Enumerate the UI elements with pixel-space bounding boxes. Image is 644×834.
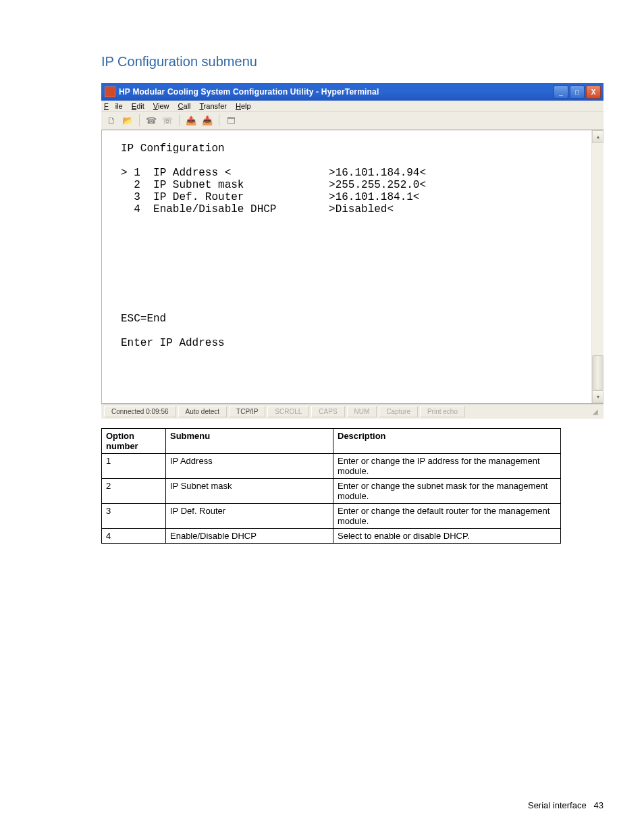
footer-label: Serial interface (528, 800, 587, 810)
minimize-button[interactable]: _ (554, 85, 568, 99)
cell-opt: 4 (102, 529, 166, 544)
hyperterminal-window: HP Modular Cooling System Configuration … (101, 83, 603, 419)
terminal-esc: ESC=End (121, 313, 166, 325)
menu-file[interactable]: File (104, 102, 123, 110)
cell-desc: Select to enable or disable DHCP. (333, 529, 561, 544)
status-protocol: TCP/IP (229, 406, 265, 417)
menu-view[interactable]: View (153, 102, 169, 110)
properties-icon[interactable]: 🗔 (225, 115, 237, 126)
terminal-prompt: Enter IP Address (121, 337, 225, 349)
terminal-output: IP Configuration > 1 IP Address <>16.101… (102, 130, 591, 403)
window-title: HP Modular Cooling System Configuration … (119, 87, 554, 97)
status-scroll: SCROLL (267, 406, 309, 417)
terminal-row: 3 IP Def. Router>16.101.184.1< (121, 191, 419, 203)
vertical-scrollbar[interactable]: ▴ ▾ (591, 130, 603, 403)
status-capture: Capture (379, 406, 418, 417)
send-icon[interactable]: 📤 (185, 115, 197, 126)
section-heading: IP Configuration submenu (101, 54, 603, 70)
cell-desc: Enter or change the IP address for the m… (333, 454, 561, 479)
cell-opt: 2 (102, 479, 166, 504)
menu-edit[interactable]: Edit (132, 102, 144, 110)
table-row: 4 Enable/Disable DHCP Select to enable o… (102, 529, 561, 544)
cell-opt: 3 (102, 504, 166, 529)
new-icon[interactable]: 🗋 (105, 115, 117, 126)
table-row: 2 IP Subnet mask Enter or change the sub… (102, 479, 561, 504)
scroll-track[interactable] (592, 143, 603, 390)
cell-opt: 1 (102, 454, 166, 479)
status-connected: Connected 0:09:56 (104, 406, 176, 417)
menu-help[interactable]: Help (236, 102, 251, 110)
terminal-row: > 1 IP Address <>16.101.184.94< (121, 167, 426, 179)
cell-sub: Enable/Disable DHCP (166, 529, 333, 544)
disconnect-icon[interactable]: ☏ (161, 115, 173, 126)
toolbar: 🗋 📂 ☎ ☏ 📤 📥 🗔 (101, 112, 603, 130)
scroll-up-button[interactable]: ▴ (592, 130, 603, 143)
options-table: Option number Submenu Description 1 IP A… (101, 428, 561, 544)
cell-sub: IP Def. Router (166, 504, 333, 529)
open-icon[interactable]: 📂 (122, 115, 134, 126)
scroll-thumb[interactable] (592, 355, 603, 390)
terminal-row: 2 IP Subnet mask>255.255.252.0< (121, 179, 426, 191)
connect-icon[interactable]: ☎ (145, 115, 157, 126)
table-row: 3 IP Def. Router Enter or change the def… (102, 504, 561, 529)
status-bar: Connected 0:09:56 Auto detect TCP/IP SCR… (101, 404, 603, 419)
status-caps: CAPS (311, 406, 344, 417)
cell-sub: IP Address (166, 454, 333, 479)
table-header-row: Option number Submenu Description (102, 429, 561, 454)
maximize-button[interactable]: □ (570, 85, 585, 99)
receive-icon[interactable]: 📥 (201, 115, 213, 126)
terminal-row: 4 Enable/Disable DHCP>Disabled< (121, 203, 394, 215)
header-option-number: Option number (102, 429, 166, 454)
app-icon (105, 86, 115, 97)
status-num: NUM (347, 406, 377, 417)
status-autodetect: Auto detect (178, 406, 227, 417)
menu-call[interactable]: Call (178, 102, 191, 110)
footer-page: 43 (594, 800, 603, 810)
scroll-down-button[interactable]: ▾ (592, 390, 603, 403)
menu-bar: File Edit View Call Transfer Help (101, 101, 603, 112)
status-printecho: Print echo (420, 406, 465, 417)
menu-transfer[interactable]: Transfer (199, 102, 227, 110)
cell-desc: Enter or change the default router for t… (333, 504, 561, 529)
cell-desc: Enter or change the subnet mask for the … (333, 479, 561, 504)
close-button[interactable]: X (586, 85, 601, 99)
resize-grip-icon[interactable]: ◢ (590, 408, 601, 415)
table-row: 1 IP Address Enter or change the IP addr… (102, 454, 561, 479)
page-footer: Serial interface 43 (528, 800, 603, 810)
header-description: Description (333, 429, 561, 454)
cell-sub: IP Subnet mask (166, 479, 333, 504)
header-submenu: Submenu (166, 429, 333, 454)
window-titlebar: HP Modular Cooling System Configuration … (101, 83, 603, 101)
terminal-title: IP Configuration (121, 142, 225, 155)
